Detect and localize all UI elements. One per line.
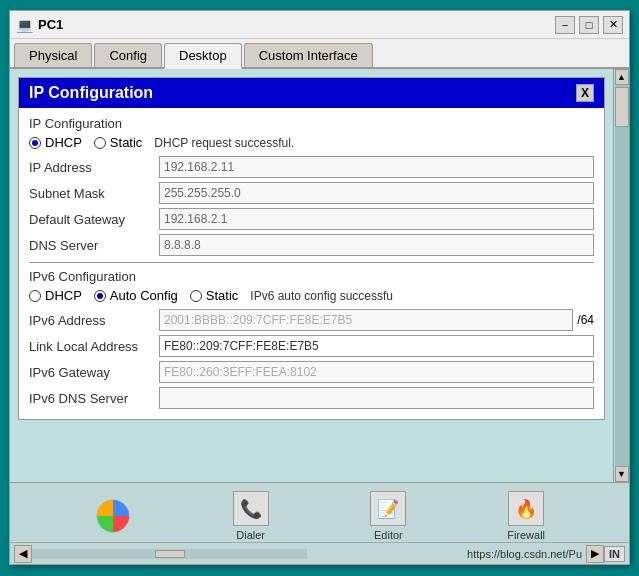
status-bar-badge: IN [604, 546, 625, 562]
left-panel: IP Configuration X IP Configuration DHCP… [10, 69, 613, 482]
bottom-icon-firewall[interactable]: 🔥 Firewall [491, 491, 561, 541]
ip-address-input[interactable] [159, 156, 594, 178]
ipv6-section-label: IPv6 Configuration [29, 269, 594, 284]
subnet-mask-label: Subnet Mask [29, 186, 159, 201]
tab-custom-interface[interactable]: Custom Interface [244, 43, 373, 67]
link-local-input[interactable] [159, 335, 594, 357]
ipv6-gateway-label: IPv6 Gateway [29, 365, 159, 380]
dialer-icon: 📞 [233, 491, 269, 526]
ipv6-dhcp-label: DHCP [45, 288, 82, 303]
ipv6-auto-label: Auto Config [110, 288, 178, 303]
ip-config-title: IP Configuration [29, 84, 153, 102]
scroll-down-arrow[interactable]: ▼ [615, 466, 629, 482]
ipv6-gateway-input[interactable] [159, 361, 594, 383]
bottom-icon-pie[interactable] [78, 491, 148, 541]
link-local-label: Link Local Address [29, 339, 159, 354]
scroll-thumb[interactable] [615, 87, 629, 127]
static-label: Static [110, 135, 143, 150]
ipv6-dns-label: IPv6 DNS Server [29, 391, 159, 406]
main-window: 💻 PC1 − □ ✕ Physical Config Desktop Cust… [9, 10, 630, 565]
bottom-bar: 📞 Dialer 📝 Editor 🔥 Firewall [10, 482, 629, 542]
editor-label: Editor [374, 529, 403, 541]
link-local-row: Link Local Address [29, 335, 594, 357]
dns-server-input[interactable] [159, 234, 594, 256]
window-close-button[interactable]: ✕ [603, 16, 623, 34]
ipv6-address-input[interactable] [159, 309, 573, 331]
scroll-indicator[interactable] [32, 549, 307, 559]
tab-bar: Physical Config Desktop Custom Interface [10, 39, 629, 69]
subnet-mask-input[interactable] [159, 182, 594, 204]
dhcp-label: DHCP [45, 135, 82, 150]
static-radio-group[interactable]: Static [94, 135, 143, 150]
bottom-icons-row: 📞 Dialer 📝 Editor 🔥 Firewall [14, 487, 625, 545]
ipv4-section-label: IP Configuration [29, 116, 594, 131]
status-bar-left-arrow[interactable]: ◀ [14, 545, 32, 563]
static-radio[interactable] [94, 137, 106, 149]
ipv6-dhcp-radio-group[interactable]: DHCP [29, 288, 82, 303]
tab-desktop[interactable]: Desktop [164, 43, 242, 69]
dns-server-row: DNS Server [29, 234, 594, 256]
ipv6-static-radio-group[interactable]: Static [190, 288, 239, 303]
ipv6-auto-radio[interactable] [94, 290, 106, 302]
maximize-button[interactable]: □ [579, 16, 599, 34]
firewall-label: Firewall [507, 529, 545, 541]
editor-icon: 📝 [370, 491, 406, 526]
ipv6-dns-input[interactable] [159, 387, 594, 409]
scroll-indicator-thumb [155, 550, 185, 558]
status-bar-url: https://blog.csdn.net/Pu [307, 548, 586, 560]
ipv6-static-label: Static [206, 288, 239, 303]
dns-server-label: DNS Server [29, 238, 159, 253]
dhcp-status: DHCP request successful. [154, 136, 294, 150]
ip-address-row: IP Address [29, 156, 594, 178]
pie-chart-svg [95, 498, 131, 534]
default-gateway-row: Default Gateway [29, 208, 594, 230]
scrollbar[interactable]: ▲ ▼ [613, 69, 629, 482]
default-gateway-input[interactable] [159, 208, 594, 230]
window-icon: 💻 [16, 17, 32, 33]
subnet-mask-row: Subnet Mask [29, 182, 594, 204]
scroll-up-arrow[interactable]: ▲ [615, 69, 629, 85]
ipv6-status: IPv6 auto config successfu [250, 289, 393, 303]
bottom-icon-editor[interactable]: 📝 Editor [353, 491, 423, 541]
dialer-label: Dialer [236, 529, 265, 541]
firewall-icon: 🔥 [508, 491, 544, 526]
ipv6-address-label: IPv6 Address [29, 313, 159, 328]
status-bar: ◀ https://blog.csdn.net/Pu ▶ IN [10, 542, 629, 564]
tab-config[interactable]: Config [94, 43, 162, 67]
ip-config-close-button[interactable]: X [576, 84, 594, 102]
window-title: PC1 [38, 17, 555, 32]
default-gateway-label: Default Gateway [29, 212, 159, 227]
ipv6-dns-row: IPv6 DNS Server [29, 387, 594, 409]
title-bar: 💻 PC1 − □ ✕ [10, 11, 629, 39]
window-controls: − □ ✕ [555, 16, 623, 34]
scroll-track[interactable] [615, 85, 629, 466]
ipv6-radio-row: DHCP Auto Config Static IPv6 auto config… [29, 288, 594, 303]
ipv6-prefix-length: /64 [577, 313, 594, 327]
tab-physical[interactable]: Physical [14, 43, 92, 67]
ipv4-radio-row: DHCP Static DHCP request successful. [29, 135, 594, 150]
ip-address-label: IP Address [29, 160, 159, 175]
section-divider [29, 262, 594, 263]
ipv6-address-row: IPv6 Address /64 [29, 309, 594, 331]
bottom-icon-dialer[interactable]: 📞 Dialer [216, 491, 286, 541]
ipv6-static-radio[interactable] [190, 290, 202, 302]
dhcp-radio[interactable] [29, 137, 41, 149]
content-area: IP Configuration X IP Configuration DHCP… [10, 69, 629, 482]
ip-config-card: IP Configuration X IP Configuration DHCP… [18, 77, 605, 420]
status-bar-right-arrow[interactable]: ▶ [586, 545, 604, 563]
ipv6-auto-radio-group[interactable]: Auto Config [94, 288, 178, 303]
ip-config-body: IP Configuration DHCP Static DHCP reques… [19, 108, 604, 419]
ipv6-dhcp-radio[interactable] [29, 290, 41, 302]
dhcp-radio-group[interactable]: DHCP [29, 135, 82, 150]
minimize-button[interactable]: − [555, 16, 575, 34]
ip-config-header: IP Configuration X [19, 78, 604, 108]
ipv6-gateway-row: IPv6 Gateway [29, 361, 594, 383]
